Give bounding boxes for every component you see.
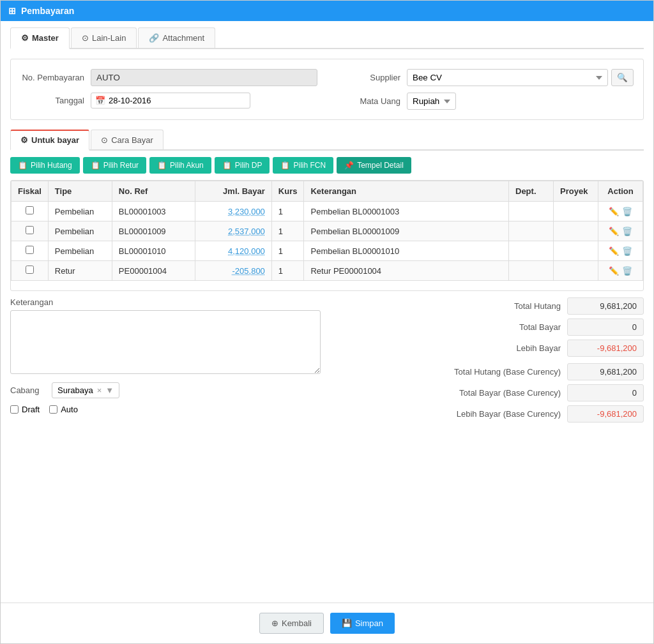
lebih-bayar-value: -9,681,200 bbox=[567, 340, 644, 357]
col-header-fiskal: Fiskal bbox=[11, 181, 49, 202]
draft-checkbox[interactable] bbox=[10, 405, 19, 414]
total-hutang-row: Total Hutang 9,681,200 bbox=[333, 297, 644, 315]
cell-tipe: Retur bbox=[48, 261, 112, 281]
close-icon[interactable]: × bbox=[97, 386, 102, 395]
cell-jmlbayar: 4,120,000 bbox=[195, 241, 271, 261]
cell-tipe: Pembelian bbox=[48, 241, 112, 261]
cell-noref: BL00001010 bbox=[112, 241, 195, 261]
auto-label: Auto bbox=[61, 405, 78, 414]
lebih-bayar-base-label: Lebih Bayar (Base Curency) bbox=[420, 409, 561, 419]
data-table: Fiskal Tipe No. Ref Jml. Bayar Kurs Kete… bbox=[11, 181, 643, 281]
supplier-search-button[interactable]: 🔍 bbox=[611, 69, 634, 86]
tab-untuk-bayar[interactable]: ⚙ Untuk bayar bbox=[10, 130, 89, 151]
edit-icon-1[interactable]: ✏️ bbox=[609, 227, 619, 236]
edit-icon-3[interactable]: ✏️ bbox=[609, 266, 619, 276]
supplier-select[interactable]: Bee CV bbox=[407, 69, 608, 86]
cell-proyek bbox=[554, 221, 598, 241]
title-bar: ⊞ Pembayaran bbox=[1, 1, 653, 21]
clipboard-icon-5: 📋 bbox=[280, 161, 290, 170]
simpan-button[interactable]: 💾 Simpan bbox=[330, 613, 395, 634]
draft-checkbox-label[interactable]: Draft bbox=[10, 405, 40, 414]
cabang-row: Cabang Surabaya × ▼ bbox=[10, 382, 321, 398]
cell-noref: BL00001009 bbox=[112, 221, 195, 241]
cell-fiskal bbox=[11, 261, 49, 281]
delete-icon-0[interactable]: 🗑️ bbox=[622, 207, 632, 216]
cell-dept bbox=[509, 221, 554, 241]
tanggal-input[interactable] bbox=[109, 96, 246, 105]
tab-attachment[interactable]: 🔗 Attachment bbox=[138, 27, 215, 48]
total-hutang-base-value: 9,681,200 bbox=[567, 363, 644, 380]
total-hutang-base-row: Total Hutang (Base Curency) 9,681,200 bbox=[333, 363, 644, 380]
no-pembayaran-label: No. Pembayaran bbox=[20, 73, 84, 82]
col-header-kurs: Kurs bbox=[271, 181, 304, 202]
supplier-label: Supplier bbox=[337, 73, 400, 82]
cell-dept bbox=[509, 241, 554, 261]
delete-icon-3[interactable]: 🗑️ bbox=[622, 266, 632, 276]
keterangan-textarea[interactable] bbox=[10, 310, 321, 374]
col-header-action: Action bbox=[598, 181, 643, 202]
cell-kurs: 1 bbox=[271, 202, 304, 221]
cell-dept bbox=[509, 202, 554, 221]
back-icon: ⊕ bbox=[271, 618, 278, 628]
cell-jmlbayar: 3,230,000 bbox=[195, 202, 271, 221]
calendar-icon: 📅 bbox=[95, 96, 105, 105]
total-hutang-label: Total Hutang bbox=[420, 301, 561, 311]
pilih-akun-button[interactable]: 📋 Pilih Akun bbox=[149, 157, 211, 174]
chevron-down-icon[interactable]: ▼ bbox=[105, 386, 114, 395]
cell-fiskal bbox=[11, 221, 49, 241]
fiskal-checkbox-0[interactable] bbox=[26, 206, 34, 214]
tab-master[interactable]: ⚙ Master bbox=[10, 27, 70, 49]
clipboard-icon-3: 📋 bbox=[157, 161, 167, 170]
cell-jmlbayar: 2,537,000 bbox=[195, 221, 271, 241]
cell-keterangan: Retur PE00001004 bbox=[304, 261, 509, 281]
col-header-dept: Dept. bbox=[509, 181, 554, 202]
save-icon: 💾 bbox=[342, 618, 352, 628]
col-header-tipe: Tipe bbox=[48, 181, 112, 202]
clipboard-icon-2: 📋 bbox=[91, 161, 100, 170]
tab-cara-bayar[interactable]: ⊙ Cara Bayar bbox=[91, 130, 164, 149]
pilih-retur-button[interactable]: 📋 Pilih Retur bbox=[83, 157, 146, 174]
cell-action: ✏️ 🗑️ bbox=[598, 202, 643, 221]
lebih-bayar-label: Lebih Bayar bbox=[420, 343, 561, 353]
cell-kurs: 1 bbox=[271, 261, 304, 281]
mata-uang-label: Mata Uang bbox=[337, 96, 400, 106]
cell-proyek bbox=[554, 261, 598, 281]
kembali-button[interactable]: ⊕ Kembali bbox=[259, 613, 324, 634]
edit-icon-0[interactable]: ✏️ bbox=[609, 207, 619, 216]
pilih-dp-button[interactable]: 📋 Pilih DP bbox=[215, 157, 270, 174]
delete-icon-1[interactable]: 🗑️ bbox=[622, 227, 632, 236]
auto-checkbox[interactable] bbox=[49, 405, 57, 414]
auto-checkbox-label[interactable]: Auto bbox=[49, 405, 78, 414]
circle-icon-sub: ⊙ bbox=[101, 135, 108, 145]
circle-icon: ⊙ bbox=[82, 33, 89, 43]
pilih-fcn-button[interactable]: 📋 Pilih FCN bbox=[273, 157, 333, 174]
mata-uang-select[interactable]: Rupiah bbox=[407, 93, 456, 110]
pilih-hutang-button[interactable]: 📋 Pilih Hutang bbox=[10, 157, 80, 174]
table-row: Pembelian BL00001003 3,230,000 1 Pembeli… bbox=[11, 202, 643, 221]
tempel-detail-button[interactable]: 📌 Tempel Detail bbox=[337, 157, 411, 174]
title-bar-icon: ⊞ bbox=[8, 6, 16, 16]
no-pembayaran-input[interactable] bbox=[91, 69, 317, 86]
edit-icon-2[interactable]: ✏️ bbox=[609, 246, 619, 256]
clipboard-icon: 📋 bbox=[18, 161, 27, 170]
gear-icon: ⚙ bbox=[21, 33, 29, 43]
total-hutang-value: 9,681,200 bbox=[567, 297, 644, 315]
fiskal-checkbox-3[interactable] bbox=[26, 266, 34, 274]
total-bayar-value: 0 bbox=[567, 318, 644, 336]
tab-lain-lain[interactable]: ⊙ Lain-Lain bbox=[71, 27, 137, 48]
sub-tabs: ⚙ Untuk bayar ⊙ Cara Bayar bbox=[10, 130, 644, 151]
cabang-select-wrapper: Surabaya × ▼ bbox=[52, 382, 119, 398]
cell-fiskal bbox=[11, 202, 49, 221]
cell-fiskal bbox=[11, 241, 49, 261]
col-header-proyek: Proyek bbox=[554, 181, 598, 202]
fiskal-checkbox-1[interactable] bbox=[26, 226, 34, 234]
lebih-bayar-base-row: Lebih Bayar (Base Curency) -9,681,200 bbox=[333, 405, 644, 423]
keterangan-label: Keterangan bbox=[10, 297, 321, 307]
fiskal-checkbox-2[interactable] bbox=[26, 246, 34, 254]
main-tabs: ⚙ Master ⊙ Lain-Lain 🔗 Attachment bbox=[10, 27, 644, 49]
total-bayar-label: Total Bayar bbox=[420, 322, 561, 332]
lebih-bayar-row: Lebih Bayar -9,681,200 bbox=[333, 340, 644, 357]
total-hutang-base-label: Total Hutang (Base Curency) bbox=[420, 367, 561, 377]
delete-icon-2[interactable]: 🗑️ bbox=[622, 246, 632, 256]
cell-kurs: 1 bbox=[271, 241, 304, 261]
